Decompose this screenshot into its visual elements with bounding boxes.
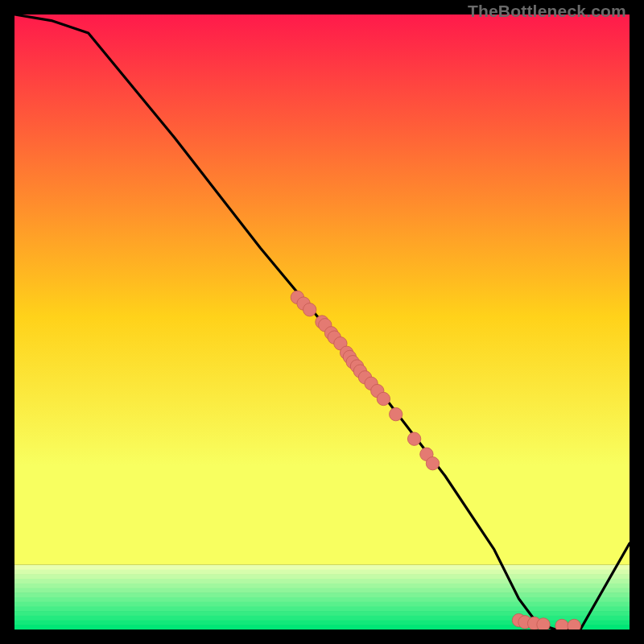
data-point [407,432,420,445]
data-point [537,618,550,630]
data-point [303,303,316,316]
chart-frame: TheBottleneck.com [0,0,644,644]
data-point [426,457,439,470]
svg-rect-6 [14,588,630,592]
svg-rect-3 [14,574,630,579]
data-point [555,619,568,630]
svg-rect-8 [14,597,630,602]
svg-rect-1 [14,565,630,570]
plot-area [14,14,630,630]
svg-rect-4 [14,579,630,584]
data-point [377,392,390,405]
watermark-label: TheBottleneck.com [468,2,626,21]
svg-rect-5 [14,584,630,588]
plot-svg [14,14,630,630]
svg-rect-2 [14,570,630,575]
data-point [568,619,580,630]
svg-rect-7 [14,592,630,597]
data-point [390,407,402,420]
svg-rect-0 [14,14,630,565]
svg-rect-10 [14,606,630,611]
svg-rect-11 [14,611,630,616]
svg-rect-9 [14,602,630,607]
